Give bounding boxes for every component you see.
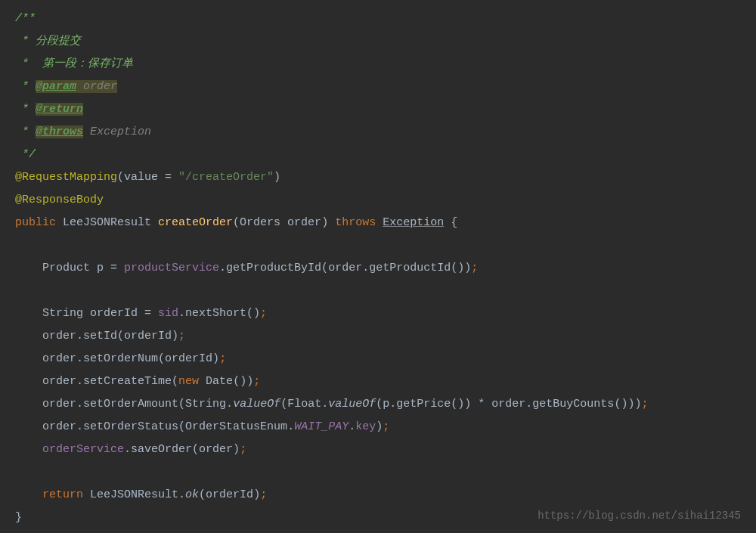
code-statement: Product p = productService.getProductByI… (15, 257, 741, 280)
comment-line: /** (15, 8, 741, 30)
request-mapping-annotation: @RequestMapping (15, 171, 117, 184)
blank-line (15, 280, 741, 302)
annotation-line: @ResponseBody (15, 189, 741, 212)
blank-line (15, 234, 741, 257)
annotation-line: @RequestMapping(value = "/createOrder") (15, 166, 741, 189)
code-statement: order.setOrderStatus(OrderStatusEnum.WAI… (15, 416, 741, 438)
method-name: createOrder (158, 216, 233, 229)
code-statement: order.setOrderNum(orderId); (15, 348, 741, 370)
code-statement: String orderId = sid.nextShort(); (15, 302, 741, 325)
blank-line (15, 461, 741, 484)
code-statement: order.setCreateTime(new Date()); (15, 370, 741, 393)
comment-line: * @return (15, 98, 741, 121)
comment-line: * @param order (15, 76, 741, 98)
code-editor[interactable]: /** * 分段提交 * 第一段：保存订单 * @param order * @… (15, 8, 741, 529)
javadoc-return-tag: @return (36, 103, 83, 116)
javadoc-throws-tag: @throws (36, 126, 83, 138)
comment-line: * 第一段：保存订单 (15, 53, 741, 76)
comment-line: */ (15, 144, 741, 166)
code-statement: order.setOrderAmount(String.valueOf(Floa… (15, 393, 741, 416)
comment-line: * @throws Exception (15, 121, 741, 144)
watermark-text: https://blog.csdn.net/sihai12345 (538, 504, 741, 527)
code-statement: order.setId(orderId); (15, 325, 741, 348)
comment-line: * 分段提交 (15, 30, 741, 53)
return-statement: return LeeJSONResult.ok(orderId); (15, 484, 741, 507)
javadoc-param-tag: @param (36, 80, 76, 93)
code-statement: orderService.saveOrder(order); (15, 438, 741, 461)
method-signature: public LeeJSONResult createOrder(Orders … (15, 212, 741, 234)
response-body-annotation: @ResponseBody (15, 194, 104, 206)
